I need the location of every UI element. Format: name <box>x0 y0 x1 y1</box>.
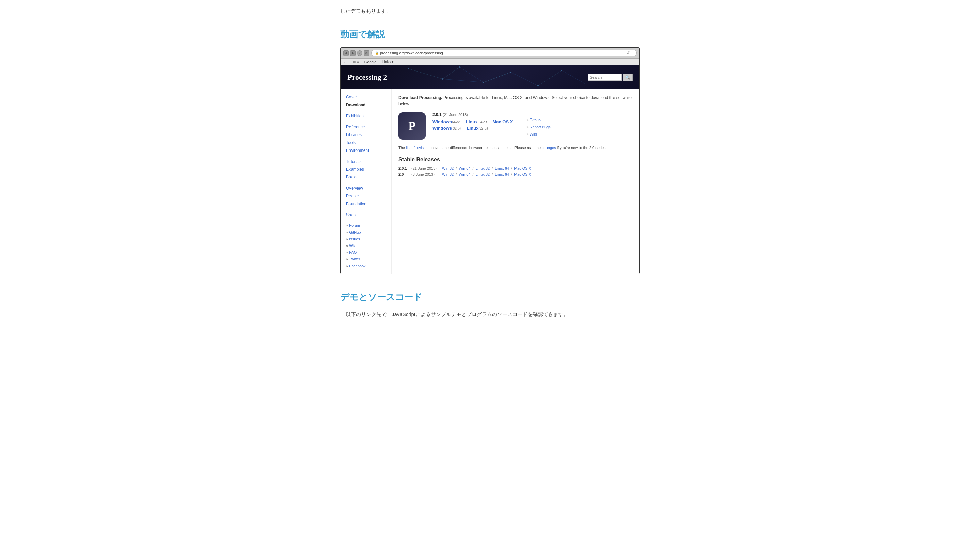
processing-main-content: Download Processing. Processing is avail… <box>392 89 639 274</box>
release-2-version: 2.0 <box>398 172 408 176</box>
nav-books[interactable]: Books <box>346 173 386 181</box>
release-1-links: Win 32 / Win 64 / Linux 32 / Linux 64 / … <box>442 166 531 170</box>
r1-linux64[interactable]: Linux 64 <box>495 166 509 170</box>
forward-button[interactable]: ▶ <box>350 50 356 56</box>
nav-github[interactable]: GitHub <box>346 229 386 236</box>
next-icon: → <box>348 60 352 64</box>
r2-win64[interactable]: Win 64 <box>459 172 470 176</box>
version-label: 2.0.1 (21 June 2013) <box>433 112 513 117</box>
video-section-heading: 動画で解説 <box>340 29 640 40</box>
header-content: Processing 2 🔍 <box>347 73 633 82</box>
release-1-version: 2.0.1 <box>398 166 408 170</box>
r1-win32[interactable]: Win 32 <box>442 166 454 170</box>
toolbar-google[interactable]: Google <box>365 60 376 64</box>
revisions-link[interactable]: list of revisions <box>406 146 430 150</box>
r2-mac[interactable]: Mac OS X <box>514 172 531 176</box>
download-links-block: 2.0.1 (21 June 2013) Windows64-bit Linux… <box>433 112 513 132</box>
grid-icon: ⊞ <box>353 60 356 64</box>
browser-controls: ◀ ▶ ↺ ✕ <box>343 50 369 56</box>
processing-logo: Processing 2 <box>347 73 387 82</box>
svg-point-14 <box>537 85 539 87</box>
stable-releases-title: Stable Releases <box>398 157 633 163</box>
nav-shop[interactable]: Shop <box>346 211 386 219</box>
nav-download[interactable]: Download <box>346 101 386 109</box>
nav-wiki[interactable]: Wiki <box>346 243 386 250</box>
linux-64-link[interactable]: Linux 64-bit <box>466 119 487 124</box>
release-2-date: (3 June 2013) <box>411 172 439 176</box>
back-button[interactable]: ◀ <box>343 50 349 56</box>
github-link[interactable]: Github <box>526 116 550 124</box>
search-input[interactable] <box>588 74 622 81</box>
browser-chrome: ◀ ▶ ↺ ✕ 🔒 processing.org/download/?proce… <box>341 48 639 59</box>
demo-section-heading: デモとソースコード <box>340 291 640 303</box>
windows-64-link[interactable]: Windows64-bit <box>433 119 460 124</box>
prev-icon: ← <box>343 60 347 64</box>
wiki-link[interactable]: Wiki <box>526 131 550 138</box>
extra-description: The list of revisions covers the differe… <box>398 145 633 151</box>
nav-tutorials[interactable]: Tutorials <box>346 158 386 166</box>
main-title-bold: Download Processing. <box>398 95 442 100</box>
ssl-icon: 🔒 <box>375 51 379 55</box>
stable-releases-section: Stable Releases 2.0.1 (21 June 2013) Win… <box>398 157 633 176</box>
nav-facebook[interactable]: Facebook <box>346 263 386 269</box>
nav-overview[interactable]: Overview <box>346 184 386 192</box>
list-icon: ≡ <box>357 60 359 64</box>
processing-body: Cover Download Exhibition Reference Libr… <box>341 89 639 274</box>
nav-reference[interactable]: Reference <box>346 123 386 131</box>
r1-mac[interactable]: Mac OS X <box>514 166 531 170</box>
nav-tools[interactable]: Tools <box>346 139 386 147</box>
nav-exhibition[interactable]: Exhibition <box>346 112 386 120</box>
r1-linux32[interactable]: Linux 32 <box>476 166 490 170</box>
demo-section: デモとソースコード 以下のリンク先で、JavaScriptによるサンプルデモとプ… <box>340 291 640 319</box>
r1-win64[interactable]: Win 64 <box>459 166 470 170</box>
nav-environment[interactable]: Environment <box>346 147 386 155</box>
linux-32-link[interactable]: Linux 32-bit <box>467 126 488 131</box>
processing-website: Processing 2 🔍 Cover Download Exhibition… <box>341 66 639 274</box>
mac-link[interactable]: Mac OS X <box>492 119 513 124</box>
zoom-icon: + <box>631 51 633 55</box>
nav-issues[interactable]: Issues <box>346 236 386 243</box>
os-links-row1: Windows64-bit Linux 64-bit Mac OS X <box>433 119 513 124</box>
nav-libraries[interactable]: Libraries <box>346 131 386 139</box>
svg-point-15 <box>561 70 563 71</box>
os-links-row2: Windows 32-bit Linux 32-bit <box>433 126 513 131</box>
main-description: Download Processing. Processing is avail… <box>398 95 633 107</box>
processing-header: Processing 2 🔍 <box>341 66 639 89</box>
r2-linux32[interactable]: Linux 32 <box>476 172 490 176</box>
url-bar[interactable]: 🔒 processing.org/download/?processing ↺ … <box>371 50 637 56</box>
release-1-date: (21 June 2013) <box>411 166 439 170</box>
extra-links-block: Github Report Bugs Wiki <box>526 116 550 138</box>
svg-point-9 <box>408 68 409 69</box>
reload-icon-url: ↺ <box>627 51 630 55</box>
nav-examples[interactable]: Examples <box>346 165 386 173</box>
r2-linux64[interactable]: Linux 64 <box>495 172 509 176</box>
r2-win32[interactable]: Win 32 <box>442 172 454 176</box>
processing-p-icon: P <box>398 112 426 140</box>
download-section: P 2.0.1 (21 June 2013) Windows64-bit <box>398 112 633 140</box>
nav-cover[interactable]: Cover <box>346 93 386 101</box>
nav-faq[interactable]: FAQ <box>346 249 386 256</box>
nav-foundation[interactable]: Foundation <box>346 200 386 208</box>
intro-text: したデモもあります。 <box>340 7 640 15</box>
windows-32-link[interactable]: Windows 32-bit <box>433 126 461 131</box>
search-button[interactable]: 🔍 <box>623 74 633 81</box>
svg-point-12 <box>483 82 484 83</box>
svg-point-11 <box>459 66 460 68</box>
reload-button[interactable]: ↺ <box>357 50 362 56</box>
search-bar[interactable]: 🔍 <box>588 74 633 81</box>
nav-people[interactable]: People <box>346 192 386 200</box>
nav-forum[interactable]: Forum <box>346 222 386 229</box>
url-text: processing.org/download/?processing <box>380 51 443 55</box>
release-row-2: 2.0 (3 June 2013) Win 32 / Win 64 / Linu… <box>398 172 633 176</box>
stop-button[interactable]: ✕ <box>364 50 369 56</box>
nav-twitter[interactable]: Twitter <box>346 256 386 263</box>
browser-toolbar: ← → ⊞ ≡ Google Links ▾ <box>341 59 639 66</box>
changes-link[interactable]: changes <box>542 146 556 150</box>
browser-screenshot: ◀ ▶ ↺ ✕ 🔒 processing.org/download/?proce… <box>340 47 640 274</box>
demo-description: 以下のリンク先で、JavaScriptによるサンプルデモとプログラムのソースコー… <box>340 310 640 319</box>
processing-sidebar: Cover Download Exhibition Reference Libr… <box>341 89 392 274</box>
reportbugs-link[interactable]: Report Bugs <box>526 124 550 131</box>
toolbar-nav: ← → ⊞ ≡ <box>343 60 359 64</box>
release-row-1: 2.0.1 (21 June 2013) Win 32 / Win 64 / L… <box>398 166 633 170</box>
toolbar-links[interactable]: Links ▾ <box>382 59 394 64</box>
